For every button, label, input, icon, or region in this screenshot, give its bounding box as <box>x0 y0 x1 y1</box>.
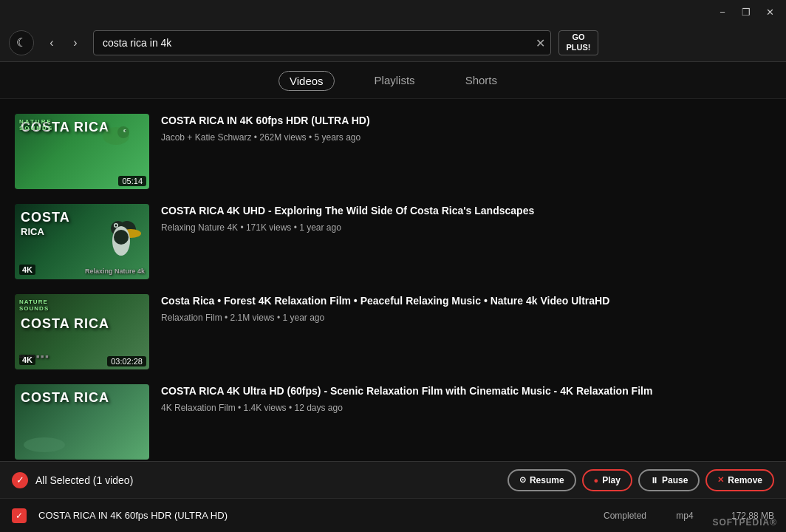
thumbnail: COSTA RICA Relaxing Nature 4k 4K <box>15 204 149 279</box>
remove-icon: ✕ <box>717 475 724 485</box>
download-format: mp4 <box>666 511 703 521</box>
svg-point-8 <box>115 225 117 227</box>
video-duration: 05:14 <box>118 176 146 186</box>
list-item[interactable]: COSTA RICA COSTA RICA 4K Ultra HD (60fps… <box>15 377 771 461</box>
resume-icon: ⊙ <box>519 475 526 485</box>
video-info: COSTA RICA IN 4K 60fps HDR (ULTRA HD) Ja… <box>161 114 771 143</box>
video-meta: Relaxation Film • 2.1M views • 1 year ag… <box>161 313 771 323</box>
video-info: COSTA RICA 4K Ultra HD (60fps) - Scenic … <box>161 384 771 413</box>
svg-point-1 <box>117 126 129 138</box>
video-4k-badge: 4K <box>19 265 35 275</box>
video-meta: Jacob + Katie Schwarz • 262M views • 5 y… <box>161 132 771 143</box>
header: ☾ ‹ › ✕ GOPLUS! <box>0 24 786 62</box>
video-title: Costa Rica • Forest 4K Relaxation Film •… <box>161 294 771 309</box>
softpedia-watermark: SOFTPEDIA® <box>712 517 777 528</box>
download-status: Completed <box>595 511 655 521</box>
video-4k-badge: 4K <box>19 355 35 365</box>
video-meta: 4K Relaxation Film • 1.4K views • 12 day… <box>161 403 771 413</box>
select-all-checkbox[interactable]: ✓ <box>12 472 28 488</box>
video-title: COSTA RICA 4K Ultra HD (60fps) - Scenic … <box>161 384 771 399</box>
video-info: Costa Rica • Forest 4K Relaxation Film •… <box>161 294 771 323</box>
action-buttons: ⊙ Resume ● Play ⏸ Pause ✕ Remove <box>508 469 774 491</box>
goplus-button[interactable]: GOPLUS! <box>558 30 598 55</box>
video-title: COSTA RICA IN 4K 60fps HDR (ULTRA HD) <box>161 114 771 129</box>
svg-point-3 <box>125 130 126 132</box>
video-list: COSTA RICA NATURESOUNDS 05:14 COSTA RICA… <box>0 99 786 461</box>
minimize-button[interactable]: − <box>712 4 733 19</box>
video-title: COSTA RICA 4K UHD - Exploring The Wild S… <box>161 204 771 219</box>
all-selected-label: All Selected (1 video) <box>35 474 500 486</box>
play-icon: ● <box>594 476 599 485</box>
back-button[interactable]: ‹ <box>41 33 62 53</box>
maximize-button[interactable]: ❐ <box>736 4 756 19</box>
title-bar: − ❐ ✕ <box>0 0 786 24</box>
svg-point-11 <box>24 437 65 452</box>
goplus-label: GOPLUS! <box>567 33 591 51</box>
list-item[interactable]: NATURESOUNDS COSTA RICA 4K HD ■ ■ ■ 4K 0… <box>15 287 771 377</box>
tab-playlists[interactable]: Playlists <box>364 71 426 91</box>
play-button[interactable]: ● Play <box>582 469 632 491</box>
nav-buttons: ‹ › <box>41 33 86 53</box>
resume-button[interactable]: ⊙ Resume <box>508 469 576 491</box>
pause-button[interactable]: ⏸ Pause <box>638 469 700 491</box>
tab-bar: Videos Playlists Shorts <box>0 62 786 99</box>
list-item[interactable]: COSTA RICA Relaxing Nature 4k 4K COSTA R… <box>15 197 771 287</box>
theme-toggle-button[interactable]: ☾ <box>9 30 34 55</box>
search-container: ✕ <box>93 30 551 55</box>
download-title: COSTA RICA IN 4K 60fps HDR (ULTRA HD) <box>38 510 584 521</box>
download-checkbox[interactable]: ✓ <box>12 508 27 523</box>
video-meta: Relaxing Nature 4K • 171K views • 1 year… <box>161 222 771 233</box>
thumbnail: COSTA RICA <box>15 384 149 460</box>
thumbnail: COSTA RICA NATURESOUNDS 05:14 <box>15 114 149 189</box>
tab-shorts[interactable]: Shorts <box>455 71 508 91</box>
svg-point-10 <box>114 230 129 245</box>
forward-button[interactable]: › <box>65 33 86 53</box>
tab-videos[interactable]: Videos <box>278 71 335 91</box>
pause-icon: ⏸ <box>650 476 658 485</box>
download-row: ✓ COSTA RICA IN 4K 60fps HDR (ULTRA HD) … <box>0 498 786 532</box>
video-duration: 03:02:28 <box>107 356 146 366</box>
moon-icon: ☾ <box>16 35 27 50</box>
video-info: COSTA RICA 4K UHD - Exploring The Wild S… <box>161 204 771 233</box>
remove-button[interactable]: ✕ Remove <box>705 469 774 491</box>
search-clear-button[interactable]: ✕ <box>536 35 545 50</box>
bottom-action-bar: ✓ All Selected (1 video) ⊙ Resume ● Play… <box>0 461 786 498</box>
close-button[interactable]: ✕ <box>759 4 780 19</box>
list-item[interactable]: COSTA RICA NATURESOUNDS 05:14 COSTA RICA… <box>15 106 771 197</box>
thumbnail: NATURESOUNDS COSTA RICA 4K HD ■ ■ ■ 4K 0… <box>15 294 149 369</box>
search-input[interactable] <box>93 30 551 55</box>
